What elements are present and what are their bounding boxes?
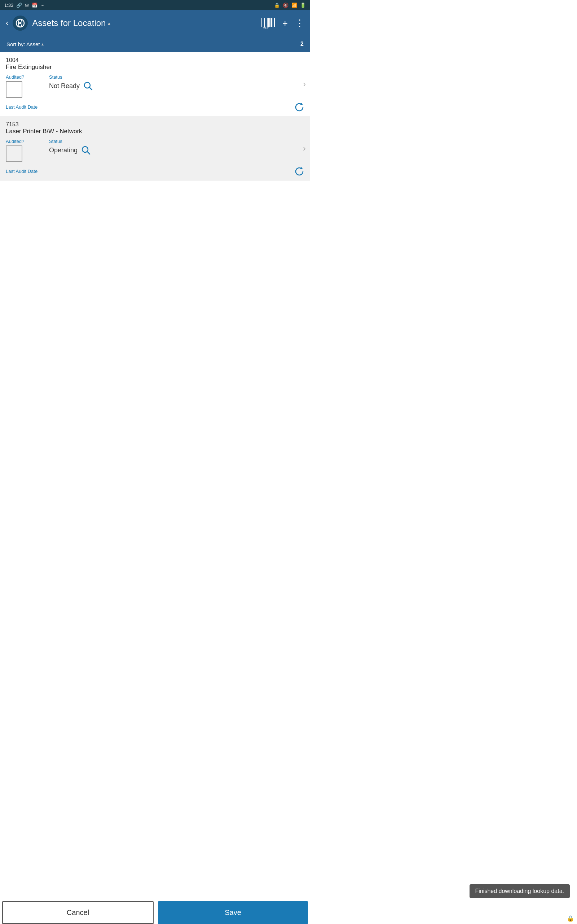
audited-field: Audited? — [6, 74, 42, 98]
audited-label: Audited? — [6, 74, 42, 80]
chevron-right-icon[interactable]: › — [303, 143, 306, 153]
asset-item: 1004 Fire Extinguisher Audited? Status N… — [0, 52, 310, 116]
last-audit-label: Last Audit Date — [6, 104, 37, 110]
asset-footer: Last Audit Date — [6, 102, 305, 112]
svg-rect-9 — [269, 18, 271, 27]
link-icon: 🔗 — [16, 3, 22, 8]
back-button[interactable]: ‹ — [6, 18, 8, 28]
status-value: Operating — [49, 147, 77, 154]
last-audit-label: Last Audit Date — [6, 168, 37, 174]
status-search-button[interactable] — [83, 81, 93, 90]
sort-label: Sort by: Asset — [6, 41, 40, 47]
svg-rect-3 — [261, 18, 262, 27]
svg-rect-11 — [272, 18, 273, 27]
svg-rect-4 — [263, 18, 263, 27]
title-dropdown-arrow: ▴ — [108, 20, 110, 26]
app-logo — [13, 16, 28, 31]
audited-label: Audited? — [6, 139, 42, 144]
svg-line-18 — [87, 152, 90, 154]
asset-id: 7153 — [6, 121, 305, 128]
status-field: Status Operating — [49, 139, 305, 155]
asset-footer: Last Audit Date — [6, 166, 305, 176]
svg-line-15 — [89, 87, 92, 90]
calendar-icon: 📅 — [32, 3, 37, 8]
app-bar: ‹ Assets for Location ▴ 0134 — [0, 10, 310, 36]
svg-rect-7 — [267, 18, 268, 27]
status-time: 1:33 — [4, 3, 13, 8]
asset-item: 7153 Laser Printer B/W - Network Audited… — [0, 116, 310, 181]
more-options-button[interactable]: ⋮ — [295, 18, 305, 29]
sort-arrow-icon: ▴ — [42, 42, 44, 47]
status-label: Status — [49, 74, 305, 80]
barcode-button[interactable]: 0134 — [261, 18, 275, 29]
asset-list: 1004 Fire Extinguisher Audited? Status N… — [0, 52, 310, 209]
asset-id: 1004 — [6, 57, 305, 63]
sort-control[interactable]: Sort by: Asset ▴ — [6, 41, 44, 47]
svg-text:0134: 0134 — [263, 26, 269, 29]
asset-count: 2 — [300, 41, 304, 47]
svg-rect-6 — [266, 18, 266, 27]
refresh-icon — [293, 102, 305, 112]
barcode-icon: 0134 — [261, 18, 275, 29]
status-row: Not Ready — [49, 81, 305, 90]
menu-icon: ⋮ — [295, 18, 305, 29]
battery-icon: 🔋 — [300, 3, 306, 8]
wifi-icon: 📶 — [292, 3, 297, 8]
svg-rect-8 — [268, 18, 269, 27]
asset-fields: Audited? Status Not Ready — [6, 74, 305, 98]
refresh-button[interactable] — [293, 102, 305, 112]
audited-checkbox[interactable] — [6, 81, 23, 98]
message-icon: ✉ — [25, 3, 29, 8]
svg-point-2 — [19, 22, 21, 24]
status-label: Status — [49, 139, 305, 144]
status-field: Status Not Ready — [49, 74, 305, 90]
sort-bar: Sort by: Asset ▴ 2 — [0, 36, 310, 52]
status-search-button[interactable] — [81, 145, 90, 155]
add-button[interactable]: + — [282, 18, 288, 29]
audited-field: Audited? — [6, 139, 42, 162]
lock-status-icon: 🔒 — [274, 3, 280, 8]
app-bar-actions: 0134 + ⋮ — [261, 18, 305, 29]
status-bar: 1:33 🔗 ✉ 📅 ··· 🔒 🔇 📶 🔋 — [0, 0, 310, 10]
svg-rect-5 — [264, 18, 265, 27]
asset-name: Fire Extinguisher — [6, 63, 305, 71]
mute-icon: 🔇 — [283, 3, 288, 8]
refresh-button[interactable] — [293, 166, 305, 176]
add-icon: + — [282, 18, 288, 29]
asset-fields: Audited? Status Operating — [6, 139, 305, 162]
svg-rect-12 — [274, 18, 275, 27]
asset-name: Laser Printer B/W - Network — [6, 128, 305, 135]
audited-checkbox[interactable] — [6, 145, 23, 162]
title-text: Assets for Location — [32, 18, 106, 28]
chevron-right-icon[interactable]: › — [303, 79, 306, 89]
page-title: Assets for Location ▴ — [32, 18, 257, 28]
search-icon — [81, 145, 90, 155]
svg-rect-10 — [271, 18, 272, 27]
status-value: Not Ready — [49, 82, 80, 90]
refresh-icon — [293, 166, 305, 176]
dots-icon: ··· — [40, 3, 44, 8]
search-icon — [83, 81, 93, 90]
status-row: Operating — [49, 145, 305, 155]
